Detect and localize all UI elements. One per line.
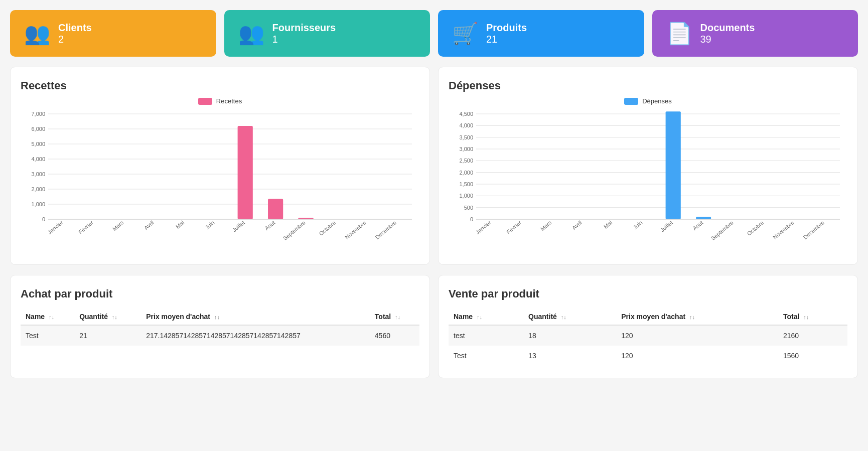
sort-icon: ↑↓ (561, 314, 566, 320)
fournisseurs-label: Fournisseurs (272, 22, 336, 34)
svg-text:Octobre: Octobre (318, 219, 337, 236)
produits-text: Produits 21 (486, 22, 527, 45)
depenses-legend: Dépenses (449, 97, 847, 105)
svg-text:Juin: Juin (632, 219, 643, 230)
vente-panel: Vente par produit Name ↑↓Quantité ↑↓Prix… (438, 275, 858, 378)
svg-text:Avril: Avril (143, 219, 155, 231)
sort-icon: ↑↓ (477, 314, 482, 320)
col-prix-moyen-d'achat[interactable]: Prix moyen d'achat ↑↓ (141, 309, 370, 325)
table-cell: Test (449, 346, 523, 366)
fournisseurs-text: Fournisseurs 1 (272, 22, 336, 45)
svg-text:4,500: 4,500 (459, 111, 473, 117)
svg-rect-52 (666, 111, 681, 219)
table-row: test181202160 (449, 325, 847, 346)
card-clients: 👥 Clients 2 (10, 10, 216, 57)
table-cell: 13 (523, 346, 616, 366)
documents-value: 39 (700, 34, 755, 45)
recettes-legend: Recettes (21, 97, 419, 105)
produits-value: 21 (486, 34, 527, 45)
clients-value: 2 (58, 34, 92, 45)
svg-text:Novembre: Novembre (344, 219, 367, 240)
svg-text:2,000: 2,000 (459, 170, 473, 176)
svg-rect-16 (238, 126, 253, 219)
col-prix-moyen-d'achat[interactable]: Prix moyen d'achat ↑↓ (616, 309, 778, 325)
svg-text:3,000: 3,000 (459, 146, 473, 152)
svg-text:Janvier: Janvier (475, 219, 492, 235)
svg-text:6,000: 6,000 (31, 126, 45, 132)
recettes-title: Recettes (21, 79, 419, 92)
svg-text:Juillet: Juillet (659, 219, 674, 233)
charts-row: Recettes Recettes 01,0002,0003,0004,0005… (10, 67, 858, 265)
recettes-svg: 01,0002,0003,0004,0005,0006,0007,000Janv… (21, 109, 419, 259)
svg-text:Mai: Mai (175, 219, 185, 230)
svg-text:4,000: 4,000 (459, 122, 473, 128)
table-cell: 120 (616, 346, 778, 366)
table-cell: 120 (616, 325, 778, 346)
depenses-title: Dépenses (449, 79, 847, 92)
svg-text:Février: Février (505, 219, 522, 235)
svg-text:Mars: Mars (539, 219, 553, 232)
vente-title: Vente par produit (449, 287, 847, 300)
table-row: Test131201560 (449, 346, 847, 366)
table-cell: 1560 (778, 346, 847, 366)
depenses-legend-label: Dépenses (642, 97, 672, 105)
fournisseurs-icon: 👥 (238, 21, 264, 46)
svg-text:7,000: 7,000 (31, 111, 45, 117)
documents-icon: 📄 (666, 21, 692, 46)
svg-text:3,500: 3,500 (459, 134, 473, 140)
svg-text:Septembre: Septembre (282, 219, 307, 241)
table-cell: 18 (523, 325, 616, 346)
card-fournisseurs: 👥 Fournisseurs 1 (224, 10, 430, 57)
table-cell: 4560 (370, 325, 419, 346)
col-total[interactable]: Total ↑↓ (370, 309, 419, 325)
svg-text:Mars: Mars (111, 219, 125, 232)
produits-icon: 🛒 (452, 21, 478, 46)
clients-text: Clients 2 (58, 22, 92, 45)
table-row: Test21217.142857142857142857142857142857… (21, 325, 419, 346)
svg-text:5,000: 5,000 (31, 141, 45, 147)
svg-text:Mai: Mai (603, 219, 613, 230)
vente-table: Name ↑↓Quantité ↑↓Prix moyen d'achat ↑↓T… (449, 309, 847, 366)
card-documents: 📄 Documents 39 (652, 10, 858, 57)
svg-text:4,000: 4,000 (31, 156, 45, 162)
sort-icon: ↑↓ (214, 314, 220, 320)
svg-text:1,000: 1,000 (459, 193, 473, 199)
depenses-chart: 05001,0001,5002,0002,5003,0003,5004,0004… (449, 109, 847, 259)
svg-text:2,000: 2,000 (31, 186, 45, 192)
svg-text:Septembre: Septembre (710, 219, 735, 241)
col-total[interactable]: Total ↑↓ (778, 309, 847, 325)
svg-text:Aout: Aout (691, 219, 704, 231)
achat-table: Name ↑↓Quantité ↑↓Prix moyen d'achat ↑↓T… (21, 309, 419, 346)
achat-panel: Achat par produit Name ↑↓Quantité ↑↓Prix… (10, 275, 430, 378)
svg-text:Decembre: Decembre (802, 219, 825, 240)
documents-label: Documents (700, 22, 755, 34)
depenses-panel: Dépenses Dépenses 05001,0001,5002,0002,5… (438, 67, 858, 265)
svg-text:Février: Février (77, 219, 94, 235)
table-cell: 2160 (778, 325, 847, 346)
svg-text:Juin: Juin (204, 219, 215, 230)
col-quantité[interactable]: Quantité ↑↓ (74, 309, 141, 325)
recettes-panel: Recettes Recettes 01,0002,0003,0004,0005… (10, 67, 430, 265)
col-name[interactable]: Name ↑↓ (449, 309, 523, 325)
table-cell: 21 (74, 325, 141, 346)
svg-text:500: 500 (464, 205, 473, 211)
achat-title: Achat par produit (21, 287, 419, 300)
col-name[interactable]: Name ↑↓ (21, 309, 74, 325)
card-produits: 🛒 Produits 21 (438, 10, 644, 57)
svg-text:3,000: 3,000 (31, 171, 45, 177)
documents-text: Documents 39 (700, 22, 755, 45)
svg-text:1,000: 1,000 (31, 201, 45, 207)
fournisseurs-value: 1 (272, 34, 336, 45)
svg-text:Janvier: Janvier (47, 219, 64, 235)
table-cell: Test (21, 325, 74, 346)
svg-text:Decembre: Decembre (374, 219, 397, 240)
depenses-svg: 05001,0001,5002,0002,5003,0003,5004,0004… (449, 109, 847, 259)
svg-text:Aout: Aout (263, 219, 276, 231)
svg-rect-17 (268, 199, 283, 220)
clients-label: Clients (58, 22, 92, 34)
sort-icon: ↑↓ (803, 314, 809, 320)
col-quantité[interactable]: Quantité ↑↓ (523, 309, 616, 325)
table-cell: test (449, 325, 523, 346)
svg-text:2,500: 2,500 (459, 158, 473, 164)
top-cards: 👥 Clients 2 👥 Fournisseurs 1 🛒 Produits … (10, 10, 858, 57)
